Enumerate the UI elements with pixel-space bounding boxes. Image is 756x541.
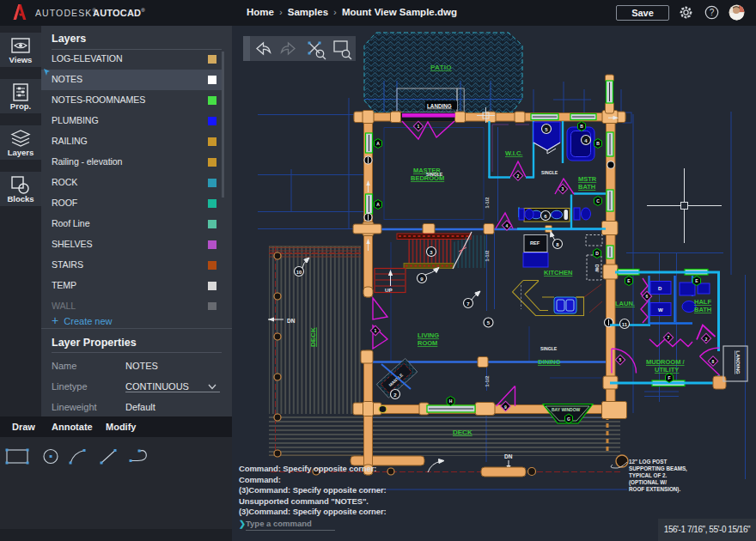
svg-text:W: W [658, 307, 663, 313]
svg-text:9: 9 [504, 404, 507, 410]
svg-text:C: C [596, 198, 600, 204]
svg-text:MUDROOM /: MUDROOM / [646, 358, 685, 366]
svg-text:DINING: DINING [538, 358, 560, 366]
svg-text:1-1/2: 1-1/2 [485, 376, 490, 387]
svg-text:1-1/2: 1-1/2 [485, 251, 490, 262]
svg-text:DN: DN [504, 453, 513, 459]
svg-text:1: 1 [418, 124, 420, 129]
svg-text:?: ? [710, 8, 715, 17]
svg-text:A: A [376, 202, 380, 207]
svg-text:10: 10 [296, 270, 302, 275]
svg-text:7: 7 [668, 335, 670, 340]
svg-text:KITCHEN: KITCHEN [544, 269, 572, 277]
svg-text:12" LOG POST: 12" LOG POST [629, 459, 667, 465]
svg-text:8: 8 [712, 359, 715, 364]
svg-text:ROOM: ROOM [418, 339, 437, 347]
svg-text:DECK: DECK [453, 429, 472, 436]
svg-text:TYPICAL OF 2.: TYPICAL OF 2. [629, 472, 668, 478]
svg-text:LANDING: LANDING [735, 350, 741, 374]
svg-text:2: 2 [517, 173, 520, 179]
svg-text:B: B [580, 124, 583, 129]
svg-text:PATIO: PATIO [430, 64, 452, 71]
svg-text:D: D [595, 251, 599, 256]
svg-text:W.I.C.: W.I.C. [505, 149, 522, 157]
svg-text:DECK: DECK [309, 327, 317, 347]
svg-text:SINGLE: SINGLE [426, 172, 443, 177]
svg-text:DW: DW [594, 264, 600, 272]
svg-text:BAY WINDOW: BAY WINDOW [552, 407, 581, 412]
svg-text:REF: REF [530, 240, 540, 246]
svg-text:SINGLE: SINGLE [540, 346, 558, 351]
svg-text:F: F [668, 375, 670, 380]
svg-text:6: 6 [646, 294, 649, 299]
svg-text:H: H [449, 398, 453, 404]
svg-text:LIVING: LIVING [418, 331, 439, 339]
svg-text:B: B [596, 141, 600, 146]
svg-text:LANDING: LANDING [427, 103, 452, 109]
svg-text:4: 4 [506, 223, 509, 228]
svg-text:HALF: HALF [694, 298, 711, 306]
svg-text:DN: DN [287, 318, 296, 324]
svg-text:SINGLE: SINGLE [541, 170, 558, 175]
svg-text:G: G [567, 416, 570, 422]
svg-text:1-1/2: 1-1/2 [485, 198, 490, 209]
svg-text:UP: UP [385, 287, 393, 293]
svg-text:A: A [376, 141, 380, 146]
svg-text:BATH: BATH [694, 306, 711, 313]
svg-text:BATH: BATH [578, 183, 595, 191]
svg-text:ROOF EXTENSION).: ROOF EXTENSION). [629, 486, 680, 493]
svg-text:(OPTIONAL W/: (OPTIONAL W/ [629, 479, 667, 486]
svg-text:SUPPORTING BEAMS,: SUPPORTING BEAMS, [629, 465, 687, 472]
svg-text:UTILITY: UTILITY [655, 366, 679, 374]
svg-text:MSTR: MSTR [578, 175, 597, 183]
svg-text:3: 3 [562, 186, 564, 191]
svg-text:11: 11 [622, 322, 628, 327]
svg-text:5: 5 [619, 357, 622, 362]
svg-text:1: 1 [375, 328, 377, 333]
svg-text:LAUN.: LAUN. [615, 300, 635, 307]
svg-text:D: D [658, 286, 662, 291]
svg-text:2: 2 [705, 337, 708, 342]
